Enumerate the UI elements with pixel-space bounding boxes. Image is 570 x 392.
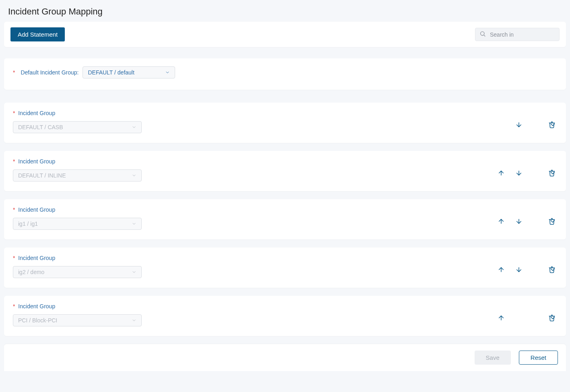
rule-label-row: * Incident Group (13, 206, 146, 213)
chevron-down-icon (132, 270, 136, 274)
required-asterisk: * (13, 303, 15, 309)
expand-button[interactable] (547, 312, 559, 325)
rule-card: * Incident Group DEFAULT / CASB (4, 103, 566, 143)
required-asterisk: * (13, 158, 15, 165)
rule-card: * Incident Group ig1 / ig1 (4, 199, 566, 239)
rule-label-row: * Incident Group (13, 303, 146, 309)
rules-list: * Incident Group DEFAULT / CASB (4, 103, 566, 336)
move-up-button[interactable] (496, 264, 506, 275)
rule-label-row: * Incident Group (13, 110, 146, 116)
rule-card: * Incident Group DEFAULT / INLINE (4, 151, 566, 191)
svg-line-1 (484, 35, 485, 36)
move-up-button[interactable] (496, 216, 506, 227)
rule-group-select[interactable]: ig2 / demo (13, 266, 142, 278)
default-group-value: DEFAULT / default (88, 69, 134, 76)
rule-label: Incident Group (18, 158, 55, 165)
chevron-down-icon (132, 221, 136, 226)
rule-label: Incident Group (18, 206, 55, 213)
rule-label-row: * Incident Group (13, 158, 146, 165)
search-box[interactable] (475, 28, 560, 41)
footer-bar: Save Reset (4, 344, 566, 371)
rule-label-row: * Incident Group (13, 255, 146, 261)
search-input[interactable] (490, 31, 550, 38)
rule-group-value: ig2 / demo (18, 269, 44, 275)
required-asterisk: * (13, 110, 15, 116)
expand-button[interactable] (547, 264, 559, 277)
rule-group-select[interactable]: PCI / Block-PCI (13, 314, 142, 326)
rule-label: Incident Group (18, 255, 55, 261)
move-down-button[interactable] (514, 120, 524, 130)
expand-button[interactable] (547, 215, 559, 229)
add-statement-button[interactable]: Add Statement (10, 27, 65, 41)
rule-group-value: ig1 / ig1 (18, 221, 38, 227)
expand-button[interactable] (547, 167, 559, 180)
default-group-label: Default Incident Group: (21, 69, 78, 76)
rule-label: Incident Group (18, 303, 55, 309)
rule-group-select[interactable]: DEFAULT / INLINE (13, 169, 142, 182)
save-button[interactable]: Save (475, 351, 511, 365)
move-down-button[interactable] (514, 168, 524, 178)
rule-card: * Incident Group PCI / Block-PCI (4, 296, 566, 336)
rule-group-select[interactable]: DEFAULT / CASB (13, 121, 142, 133)
default-group-select[interactable]: DEFAULT / default (83, 66, 175, 78)
rule-label: Incident Group (18, 110, 55, 116)
chevron-down-icon (132, 318, 136, 323)
search-icon (479, 31, 490, 38)
rule-card: * Incident Group ig2 / demo (4, 248, 566, 288)
chevron-down-icon (132, 125, 136, 130)
required-asterisk: * (13, 206, 15, 213)
rule-group-select[interactable]: ig1 / ig1 (13, 218, 142, 230)
move-down-button[interactable] (514, 264, 524, 275)
rule-group-value: DEFAULT / CASB (18, 124, 63, 130)
rule-group-value: DEFAULT / INLINE (18, 172, 66, 179)
reset-button[interactable]: Reset (519, 351, 558, 365)
move-down-button[interactable] (514, 216, 524, 227)
chevron-down-icon (165, 70, 170, 75)
required-asterisk: * (13, 69, 15, 76)
move-up-button[interactable] (496, 168, 506, 178)
expand-button[interactable] (547, 119, 559, 132)
toolbar: Add Statement (4, 22, 566, 47)
svg-point-0 (481, 32, 484, 35)
rule-group-value: PCI / Block-PCI (18, 317, 57, 324)
page-title: Incident Group Mapping (4, 5, 566, 22)
chevron-down-icon (132, 173, 136, 178)
required-asterisk: * (13, 255, 15, 261)
move-up-button[interactable] (496, 313, 506, 323)
default-group-card: * Default Incident Group: DEFAULT / defa… (4, 58, 566, 90)
